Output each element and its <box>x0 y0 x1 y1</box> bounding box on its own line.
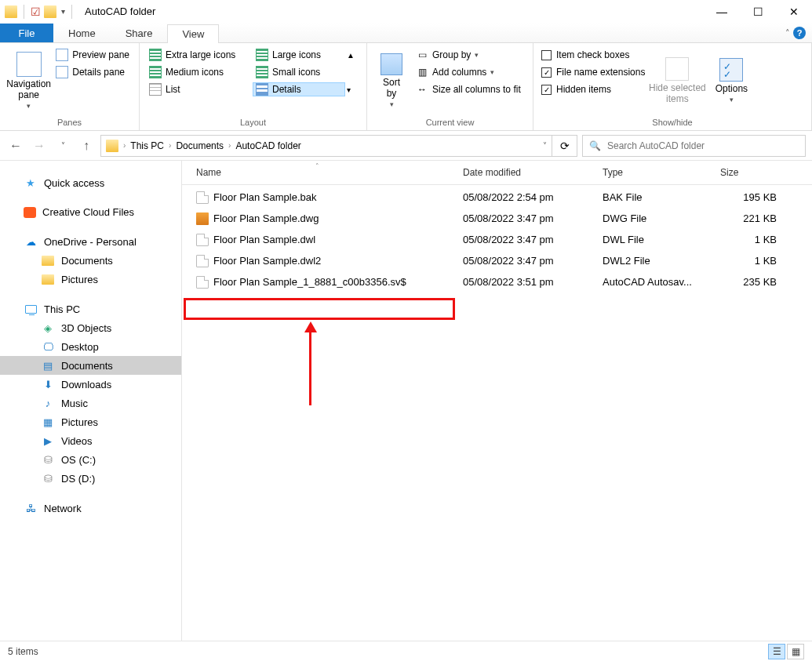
layout-xlarge[interactable]: Extra large icons <box>146 48 251 62</box>
sort-asc-icon: ˄ <box>315 162 319 170</box>
view-details-button[interactable]: ☰ <box>768 644 785 659</box>
file-icon <box>196 191 209 204</box>
tree-os-c[interactable]: ⛁OS (C:) <box>0 450 181 469</box>
tree-ds-d[interactable]: ⛁DS (D:) <box>0 469 181 488</box>
this-pc-icon <box>24 303 38 315</box>
file-icon <box>196 234 209 246</box>
layout-details[interactable]: Details <box>253 82 345 96</box>
view-large-button[interactable]: ▦ <box>787 644 804 659</box>
sort-by-icon <box>381 53 402 75</box>
col-type[interactable]: Type <box>603 167 720 178</box>
file-type: DWG File <box>603 212 720 224</box>
qat-folder-icon[interactable] <box>44 5 56 18</box>
tree-network[interactable]: 🖧Network <box>0 499 181 518</box>
breadcrumb-documents[interactable]: Documents <box>176 140 224 151</box>
forward-button[interactable]: → <box>30 136 49 155</box>
layout-scroll-up-icon[interactable]: ▲ <box>347 51 355 60</box>
app-folder-icon <box>5 5 17 18</box>
tree-onedrive-docs[interactable]: Documents <box>0 251 181 270</box>
desktop-icon: 🖵 <box>41 340 55 353</box>
tab-file[interactable]: File <box>0 24 53 42</box>
chevron-right-icon[interactable]: › <box>166 141 174 150</box>
navigation-pane-icon <box>16 52 42 77</box>
preview-pane-button[interactable]: Preview pane <box>53 48 133 62</box>
navigation-tree[interactable]: ★Quick access Creative Cloud Files ☁OneD… <box>0 161 182 641</box>
file-row[interactable]: Floor Plan Sample.dwg05/08/2022 3:47 pmD… <box>196 208 812 229</box>
breadcrumb-this-pc[interactable]: This PC <box>130 140 164 151</box>
file-row[interactable]: Floor Plan Sample.dwl05/08/2022 3:47 pmD… <box>196 229 812 250</box>
file-row[interactable]: Floor Plan Sample_1_8881_c00b3356.sv$05/… <box>196 271 812 292</box>
checkbox-empty-icon <box>541 50 552 60</box>
tree-pictures[interactable]: ▦Pictures <box>0 412 181 431</box>
file-icon <box>196 255 209 267</box>
file-date: 05/08/2022 3:47 pm <box>463 255 603 267</box>
breadcrumb[interactable]: › This PC › Documents › AutoCAD folder ˅ <box>100 135 552 157</box>
group-by-button[interactable]: ▭Group by ▾ <box>413 48 524 62</box>
tree-documents[interactable]: ▤Documents <box>0 356 181 375</box>
layout-small[interactable]: Small icons <box>253 65 345 79</box>
tree-onedrive[interactable]: ☁OneDrive - Personal <box>0 232 181 251</box>
layout-large[interactable]: Large icons <box>253 48 345 62</box>
window-title: AutoCAD folder <box>85 5 155 17</box>
col-name[interactable]: Name˄ <box>196 167 463 178</box>
tree-music[interactable]: ♪Music <box>0 394 181 412</box>
tree-3d-objects[interactable]: ◈3D Objects <box>0 318 181 337</box>
file-type: BAK File <box>603 191 720 203</box>
add-columns-button[interactable]: ▥Add columns ▾ <box>413 65 524 79</box>
minimize-button[interactable]: — <box>704 0 740 24</box>
file-size: 235 KB <box>720 276 799 288</box>
tree-videos[interactable]: ▶Videos <box>0 431 181 450</box>
breadcrumb-dropdown-icon[interactable]: ˅ <box>543 141 547 150</box>
folder-icon <box>41 254 55 267</box>
breadcrumb-current[interactable]: AutoCAD folder <box>235 140 300 151</box>
history-dropdown[interactable]: ˅ <box>53 136 72 155</box>
item-checkboxes-toggle[interactable]: Item check boxes <box>540 48 646 62</box>
up-button[interactable]: ↑ <box>77 136 96 155</box>
qat-checkbox-icon[interactable]: ☑ <box>31 5 41 18</box>
file-extensions-toggle[interactable]: ✓File name extensions <box>540 65 646 79</box>
sort-by-button[interactable]: Sort by ▾ <box>373 46 410 115</box>
documents-icon: ▤ <box>41 359 55 372</box>
tree-creative-cloud[interactable]: Creative Cloud Files <box>0 203 181 221</box>
tree-downloads[interactable]: ⬇Downloads <box>0 375 181 394</box>
file-size: 1 KB <box>720 255 799 267</box>
hidden-items-toggle[interactable]: ✓Hidden items <box>540 82 646 96</box>
ribbon-collapse-icon[interactable]: ˄ <box>785 28 790 38</box>
chevron-right-icon[interactable]: › <box>120 141 129 150</box>
tab-view[interactable]: View <box>167 24 219 43</box>
layout-medium[interactable]: Medium icons <box>146 65 251 79</box>
back-button[interactable]: ← <box>6 136 25 155</box>
breadcrumb-folder-icon <box>106 140 118 152</box>
status-text: 5 items <box>8 646 38 657</box>
refresh-button[interactable]: ⟳ <box>552 135 577 157</box>
size-columns-button[interactable]: ↔Size all columns to fit <box>413 82 524 96</box>
tree-this-pc[interactable]: This PC <box>0 300 181 318</box>
title-bar: ☑ ▾ AutoCAD folder — ☐ ✕ <box>0 0 812 24</box>
qat-dropdown-icon[interactable]: ▾ <box>61 7 65 16</box>
tree-desktop[interactable]: 🖵Desktop <box>0 337 181 356</box>
tab-home[interactable]: Home <box>53 24 111 42</box>
group-by-icon: ▭ <box>416 49 428 61</box>
layout-list[interactable]: List <box>146 82 251 96</box>
options-button[interactable]: ✓ ✓ Options ▾ <box>708 46 755 115</box>
details-pane-button[interactable]: Details pane <box>53 65 133 79</box>
search-input[interactable] <box>607 140 799 151</box>
col-date[interactable]: Date modified <box>463 167 603 178</box>
file-row[interactable]: Floor Plan Sample.bak05/08/2022 2:54 pmB… <box>196 187 812 208</box>
close-button[interactable]: ✕ <box>776 0 812 24</box>
file-row[interactable]: Floor Plan Sample.dwl205/08/2022 3:47 pm… <box>196 250 812 271</box>
help-icon[interactable]: ? <box>793 27 806 39</box>
tab-share[interactable]: Share <box>111 24 168 42</box>
layout-expand-icon[interactable]: ▾ <box>347 85 351 94</box>
ribbon-tabs: File Home Share View ˄ ? <box>0 24 812 43</box>
column-headers[interactable]: Name˄ Date modified Type Size <box>182 161 812 185</box>
search-box[interactable]: 🔍 <box>582 135 806 157</box>
tree-onedrive-pics[interactable]: Pictures <box>0 270 181 289</box>
tree-quick-access[interactable]: ★Quick access <box>0 173 181 192</box>
maximize-button[interactable]: ☐ <box>740 0 776 24</box>
details-pane-icon <box>56 66 68 78</box>
chevron-right-icon[interactable]: › <box>225 141 234 150</box>
file-type: DWL File <box>603 234 720 245</box>
navigation-pane-button[interactable]: Navigation pane ▾ <box>6 46 51 115</box>
col-size[interactable]: Size <box>720 167 799 178</box>
